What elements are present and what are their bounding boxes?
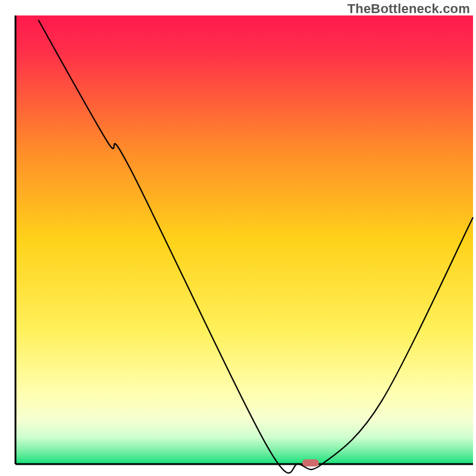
chart-container: TheBottleneck.com xyxy=(0,0,476,476)
chart-svg xyxy=(0,0,476,476)
minimum-marker xyxy=(302,459,319,466)
watermark-text: TheBottleneck.com xyxy=(347,1,470,17)
plot-background xyxy=(15,15,473,464)
